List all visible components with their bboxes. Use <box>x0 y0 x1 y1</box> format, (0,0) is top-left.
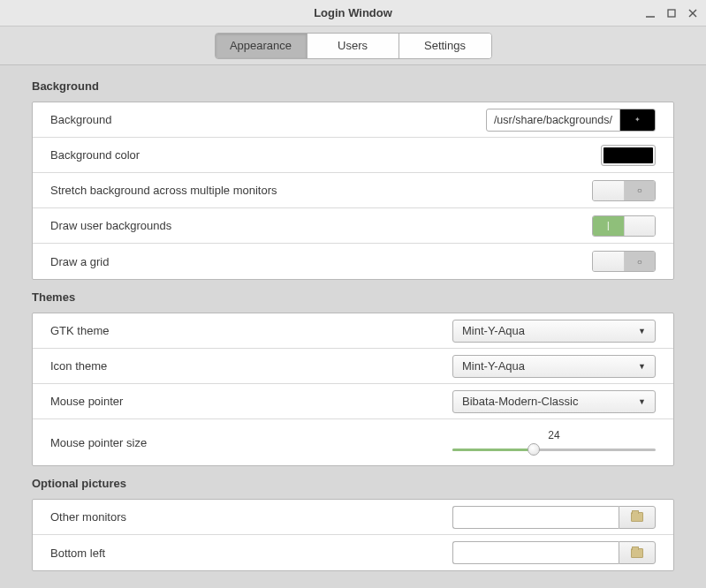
background-color-row: Background color <box>33 138 673 173</box>
mouse-pointer-size-row: Mouse pointer size 24 <box>33 419 673 465</box>
stretch-row: Stretch background across multiple monit… <box>33 173 673 208</box>
background-thumbnail <box>619 109 655 131</box>
gtk-theme-label: GTK theme <box>50 324 109 337</box>
mouse-pointer-row: Mouse pointer Bibata-Modern-Classic ▼ <box>33 384 673 419</box>
mouse-pointer-value: Bibata-Modern-Classic <box>462 395 579 408</box>
chevron-down-icon: ▼ <box>638 327 646 335</box>
draw-grid-switch[interactable]: ○ <box>592 251 656 272</box>
optional-pictures-section-header: Optional pictures <box>32 477 674 490</box>
themes-section: GTK theme Mint-Y-Aqua ▼ Icon theme Mint-… <box>32 313 674 466</box>
icon-theme-dropdown[interactable]: Mint-Y-Aqua ▼ <box>452 355 656 378</box>
close-button[interactable] <box>687 7 699 19</box>
chevron-down-icon: ▼ <box>638 362 646 371</box>
stretch-label: Stretch background across multiple monit… <box>50 184 277 197</box>
tab-appearance[interactable]: Appearance <box>216 34 307 58</box>
window-controls <box>644 7 699 19</box>
other-monitors-chooser <box>452 506 656 529</box>
draw-grid-label: Draw a grid <box>50 255 109 268</box>
window-title: Login Window <box>314 6 392 19</box>
draw-user-bg-row: Draw user backgrounds | <box>33 208 673 244</box>
minimize-button[interactable] <box>644 7 657 19</box>
bottom-left-input[interactable] <box>452 541 619 564</box>
chevron-down-icon: ▼ <box>638 397 646 406</box>
background-row: Background /usr/share/backgrounds/ <box>33 102 673 138</box>
other-monitors-label: Other monitors <box>50 510 126 524</box>
stretch-switch[interactable]: ○ <box>592 180 656 201</box>
icon-theme-value: Mint-Y-Aqua <box>462 359 525 373</box>
bottom-left-row: Bottom left <box>33 535 673 570</box>
background-section: Background /usr/share/backgrounds/ Backg… <box>32 102 674 280</box>
gtk-theme-row: GTK theme Mint-Y-Aqua ▼ <box>33 313 673 349</box>
content-area: Background Background /usr/share/backgro… <box>0 65 706 585</box>
bottom-left-chooser <box>452 541 656 564</box>
svg-rect-1 <box>668 10 675 17</box>
titlebar: Login Window <box>0 0 706 26</box>
icon-theme-row: Icon theme Mint-Y-Aqua ▼ <box>33 349 673 384</box>
folder-icon <box>631 548 643 558</box>
other-monitors-browse-button[interactable] <box>619 506 656 529</box>
background-color-label: Background color <box>50 148 140 162</box>
background-label: Background <box>50 113 111 126</box>
tab-users[interactable]: Users <box>307 34 399 58</box>
other-monitors-row: Other monitors <box>33 500 673 535</box>
toolbar: Appearance Users Settings <box>0 26 706 65</box>
gtk-theme-dropdown[interactable]: Mint-Y-Aqua ▼ <box>452 320 656 343</box>
background-color-swatch <box>604 147 653 163</box>
optional-pictures-section: Other monitors Bottom left <box>32 499 674 571</box>
themes-section-header: Themes <box>32 290 674 304</box>
draw-user-bg-switch[interactable]: | <box>592 215 656 237</box>
bottom-left-label: Bottom left <box>50 547 105 560</box>
mouse-pointer-size-control: 24 <box>452 429 656 456</box>
mouse-pointer-size-label: Mouse pointer size <box>50 436 147 449</box>
draw-grid-row: Draw a grid ○ <box>33 244 673 279</box>
other-monitors-input[interactable] <box>452 506 619 529</box>
tab-settings[interactable]: Settings <box>399 34 491 58</box>
icon-theme-label: Icon theme <box>50 359 107 373</box>
background-color-picker[interactable] <box>601 145 656 166</box>
mouse-pointer-label: Mouse pointer <box>50 395 123 408</box>
folder-icon <box>631 512 643 522</box>
mouse-pointer-dropdown[interactable]: Bibata-Modern-Classic ▼ <box>452 390 656 413</box>
maximize-button[interactable] <box>665 7 678 19</box>
background-chooser[interactable]: /usr/share/backgrounds/ <box>486 109 656 132</box>
background-path-text: /usr/share/backgrounds/ <box>487 109 619 131</box>
mouse-pointer-size-slider[interactable] <box>452 443 656 456</box>
bottom-left-browse-button[interactable] <box>619 541 656 564</box>
tab-bar: Appearance Users Settings <box>215 33 492 59</box>
background-section-header: Background <box>32 79 674 93</box>
draw-user-bg-label: Draw user backgrounds <box>50 219 171 232</box>
gtk-theme-value: Mint-Y-Aqua <box>462 324 525 337</box>
mouse-pointer-size-value: 24 <box>548 429 559 441</box>
